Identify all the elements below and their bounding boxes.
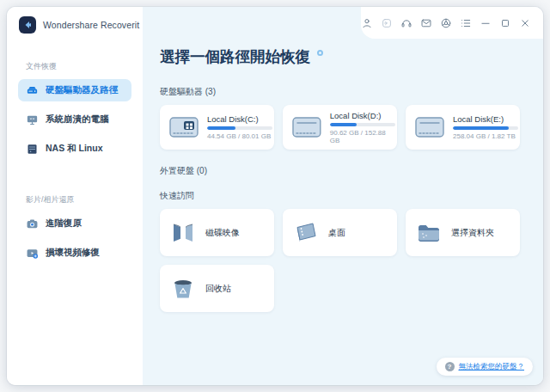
- sidebar-item-advanced-recovery[interactable]: 進階復原: [18, 212, 131, 235]
- sidebar-item-nas-linux[interactable]: NAS 和 Linux: [18, 138, 131, 160]
- drive-card-c[interactable]: Local Disk(C:) 44.54 GB / 80.01 GB: [160, 105, 274, 150]
- sidebar-item-label: NAS 和 Linux: [46, 143, 103, 155]
- nas-server-icon: [26, 143, 39, 156]
- titlebar-toolbar: [361, 7, 543, 39]
- account-icon[interactable]: [361, 16, 374, 29]
- quick-access-desktop[interactable]: 桌面: [283, 209, 397, 256]
- drive-name: Local Disk(E:): [453, 114, 518, 124]
- disk-drive-e-icon: [414, 115, 445, 139]
- quick-access-disk-image[interactable]: 磁碟映像: [160, 209, 274, 256]
- drive-name: Local Disk(C:): [207, 114, 272, 124]
- sidebar-item-label: 硬盤驅動器及路徑: [46, 84, 118, 96]
- desktop-icon: [293, 220, 319, 246]
- recycle-bin-icon: [170, 276, 196, 302]
- feedback-mail-icon[interactable]: [420, 16, 433, 29]
- page-title: 選擇一個路徑開始恢復: [160, 46, 543, 67]
- quick-access-recycle-bin[interactable]: 回收站: [160, 265, 274, 312]
- video-repair-icon: [26, 247, 39, 260]
- drive-capacity: 258.04 GB / 1.82 TB: [453, 132, 518, 140]
- menu-list-icon[interactable]: [459, 16, 472, 29]
- drive-usage-bar: [453, 126, 518, 130]
- disk-drive-c-icon: [168, 115, 199, 139]
- sign-in-icon[interactable]: [381, 16, 394, 29]
- recoverit-logo-icon: [19, 16, 36, 34]
- drive-usage-bar: [330, 123, 395, 126]
- camera-icon: [26, 217, 39, 230]
- drive-capacity: 90.62 GB / 152.88 GB: [330, 129, 397, 144]
- drives-section-label: 硬盤驅動器 (3): [160, 86, 543, 98]
- sidebar-item-label: 進階復原: [46, 217, 82, 230]
- quick-access-select-folder[interactable]: 選擇資料夾: [406, 209, 520, 256]
- sidebar-item-label: 損壞視頻修復: [46, 247, 100, 259]
- help-link-text[interactable]: 無法檢索您的硬盤？: [459, 362, 525, 372]
- sidebar-item-corrupted-video-repair[interactable]: 損壞視頻修復: [18, 242, 131, 264]
- app-window: Wondershare Recoverit 文件恢復 硬盤驅動器及路徑 系統崩潰…: [7, 7, 543, 385]
- quick-access-label: 選擇資料夾: [451, 227, 494, 239]
- drive-name: Local Disk(D:): [330, 111, 397, 120]
- sidebar-item-label: 系統崩潰的電腦: [46, 113, 109, 126]
- drive-usage-bar: [207, 126, 272, 130]
- sidebar-item-crashed-computer[interactable]: 系統崩潰的電腦: [18, 108, 131, 131]
- disk-drive-d-icon: [291, 115, 322, 139]
- disk-image-icon: [170, 220, 196, 246]
- drive-cards-row: Local Disk(C:) 44.54 GB / 80.01 GB Local…: [160, 105, 543, 150]
- sidebar-section-video-photo-restore: 影片/相片還原: [7, 194, 143, 205]
- drive-card-d[interactable]: Local Disk(D:) 90.62 GB / 152.88 GB: [283, 105, 397, 150]
- cant-find-drive-help[interactable]: ? 無法檢索您的硬盤？: [437, 358, 534, 376]
- hard-drive-icon: [26, 84, 39, 97]
- app-title: Wondershare Recoverit: [43, 20, 139, 30]
- help-center-icon[interactable]: [440, 16, 453, 29]
- quick-access-row-2: 回收站: [160, 265, 543, 312]
- quick-access-label: 回收站: [205, 283, 231, 295]
- sidebar-item-hard-drives-and-paths[interactable]: 硬盤驅動器及路徑: [18, 79, 131, 101]
- crashed-computer-icon: [26, 113, 39, 126]
- quick-access-label: 磁碟映像: [205, 227, 240, 239]
- close-icon[interactable]: [518, 16, 531, 29]
- quick-access-label: 桌面: [328, 227, 345, 239]
- drive-capacity: 44.54 GB / 80.01 GB: [207, 132, 272, 140]
- minimize-icon[interactable]: [479, 16, 492, 29]
- brand: Wondershare Recoverit: [7, 7, 143, 34]
- maximize-icon[interactable]: [498, 16, 511, 29]
- support-headset-icon[interactable]: [400, 16, 413, 29]
- question-mark-icon: ?: [445, 362, 455, 371]
- main-content: 選擇一個路徑開始恢復 硬盤驅動器 (3) Local Disk(C:) 4: [143, 7, 543, 385]
- sidebar: Wondershare Recoverit 文件恢復 硬盤驅動器及路徑 系統崩潰…: [7, 7, 143, 385]
- quick-access-section-label: 快速訪問: [160, 190, 543, 202]
- quick-access-row-1: 磁碟映像 桌面 選擇資料夾: [160, 209, 543, 256]
- external-drives-section-label: 外置硬盤 (0): [160, 165, 543, 177]
- drive-usage-fill: [330, 123, 357, 126]
- drive-usage-fill: [453, 126, 509, 130]
- drive-card-e[interactable]: Local Disk(E:) 258.04 GB / 1.82 TB: [406, 105, 520, 150]
- folder-icon: [416, 220, 442, 246]
- title-info-ring-icon[interactable]: [317, 50, 323, 56]
- drive-usage-fill: [207, 126, 235, 130]
- sidebar-section-file-recovery: 文件恢復: [7, 61, 143, 72]
